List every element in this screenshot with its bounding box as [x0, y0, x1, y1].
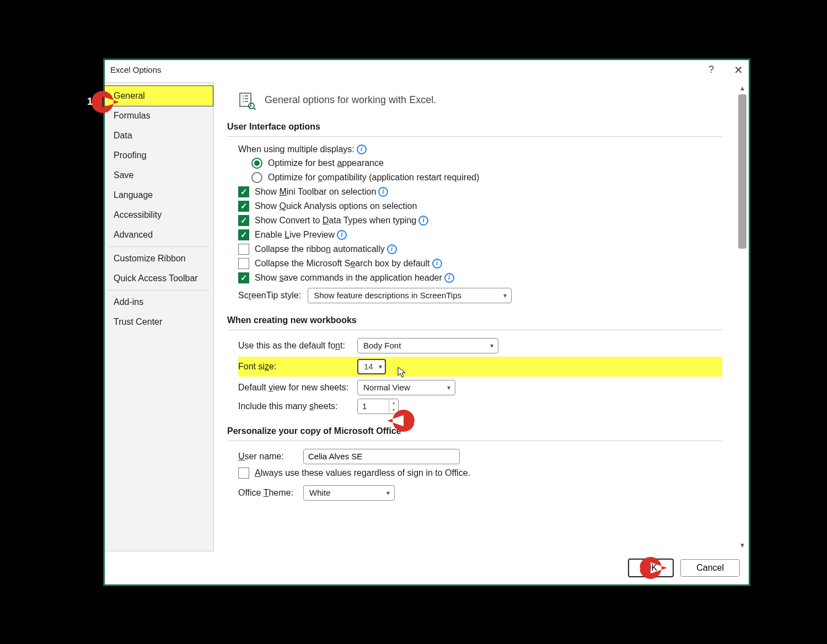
sidebar-item-language[interactable]: Language	[105, 185, 213, 205]
default-view-select[interactable]: Normal View ▾	[357, 380, 455, 395]
sidebar-item-formulas[interactable]: Formulas	[105, 106, 213, 126]
sidebar-item-accessibility[interactable]: Accessibility	[105, 205, 213, 225]
cancel-button[interactable]: Cancel	[680, 559, 740, 577]
section-title-ui-options: User Interface options	[227, 122, 722, 132]
sidebar-item-addins[interactable]: Add-ins	[105, 292, 213, 312]
sidebar: General Formulas Data Proofing Save Lang…	[105, 82, 214, 551]
sidebar-item-customize-ribbon[interactable]: Customize Ribbon	[105, 249, 213, 269]
scroll-thumb[interactable]	[738, 94, 747, 249]
checkbox-collapse-ribbon[interactable]: Collapse the ribbon automatically i	[227, 244, 722, 255]
section-rule	[227, 136, 722, 137]
section-title-new-workbooks: When creating new workbooks	[227, 315, 722, 325]
cursor-icon	[397, 367, 407, 380]
sidebar-item-general[interactable]: General	[104, 85, 213, 106]
scroll-up-icon[interactable]: ▲	[736, 82, 749, 94]
chevron-down-icon: ▾	[386, 489, 390, 497]
checkbox-icon	[238, 272, 249, 283]
checkbox-live-preview[interactable]: Enable Live Preview i	[227, 229, 722, 240]
chevron-down-icon: ▾	[503, 292, 507, 299]
close-icon[interactable]: ✕	[734, 63, 743, 77]
content-pane: General options for working with Excel. …	[214, 82, 749, 551]
radio-optimize-compatibility[interactable]: Optimize for compatibility (application …	[227, 172, 722, 183]
scroll-down-icon[interactable]: ▼	[736, 539, 749, 551]
user-name-row: User name:	[227, 449, 722, 464]
dialog-footer: OK Cancel	[105, 551, 749, 584]
checkbox-data-types[interactable]: Show Convert to Data Types when typing i	[227, 215, 722, 226]
info-icon[interactable]: i	[378, 187, 388, 197]
excel-options-dialog: Excel Options ? ✕ General Formulas Data …	[103, 58, 750, 586]
default-view-row: Default view for new sheets: Normal View…	[227, 380, 722, 395]
section-title-personalize: Personalize your copy of Microsoft Offic…	[227, 426, 722, 436]
info-icon[interactable]: i	[418, 216, 428, 226]
office-theme-row: Office Theme: White ▾	[227, 485, 722, 501]
chevron-down-icon: ▾	[447, 384, 450, 391]
info-icon[interactable]: i	[387, 244, 397, 254]
checkbox-quick-analysis[interactable]: Show Quick Analysis options on selection	[227, 201, 722, 212]
checkbox-collapse-search[interactable]: Collapse the Microsoft Search box by def…	[227, 258, 722, 269]
sidebar-item-proofing[interactable]: Proofing	[105, 146, 213, 165]
ok-button[interactable]: OK	[628, 559, 674, 577]
titlebar: Excel Options ? ✕	[105, 60, 749, 82]
svg-line-8	[254, 108, 256, 110]
checkbox-mini-toolbar[interactable]: Show Mini Toolbar on selection i	[227, 186, 722, 197]
checkbox-icon	[238, 215, 249, 226]
sidebar-item-trust-center[interactable]: Trust Center	[105, 312, 213, 332]
general-options-icon	[238, 91, 257, 110]
radio-optimize-appearance[interactable]: Optimize for best appearance	[227, 158, 722, 169]
sidebar-item-quick-access-toolbar[interactable]: Quick Access Toolbar	[105, 269, 213, 288]
info-icon[interactable]: i	[337, 230, 347, 240]
page-header: General options for working with Excel.	[238, 91, 722, 110]
info-icon[interactable]: i	[357, 144, 367, 154]
sidebar-divider	[109, 290, 209, 291]
office-theme-select[interactable]: White ▾	[303, 485, 395, 501]
chevron-down-icon: ▾	[379, 363, 382, 371]
sidebar-item-advanced[interactable]: Advanced	[105, 225, 213, 245]
sidebar-divider	[109, 246, 209, 247]
spin-down-icon[interactable]: ▾	[389, 406, 398, 414]
checkbox-icon	[238, 244, 249, 255]
sidebar-item-data[interactable]: Data	[105, 126, 213, 146]
checkbox-show-save-commands[interactable]: Show save commands in the application he…	[227, 272, 722, 283]
section-rule	[227, 441, 722, 441]
info-icon[interactable]: i	[444, 273, 454, 283]
include-sheets-spinner[interactable]: 1 ▴ ▾	[357, 399, 399, 414]
dialog-title: Excel Options	[110, 65, 162, 74]
screentip-style-select[interactable]: Show feature descriptions in ScreenTips …	[308, 288, 512, 303]
default-font-select[interactable]: Body Font ▾	[357, 338, 498, 353]
font-size-row: Font size: 14 ▾	[238, 357, 722, 377]
sidebar-item-save[interactable]: Save	[105, 165, 213, 185]
help-icon[interactable]: ?	[708, 64, 714, 76]
radio-icon	[251, 172, 262, 183]
checkbox-icon	[238, 468, 249, 479]
page-header-text: General options for working with Excel.	[265, 94, 436, 106]
checkbox-always-values[interactable]: Always use these values regardless of si…	[227, 468, 722, 479]
spin-up-icon[interactable]: ▴	[389, 399, 398, 406]
include-sheets-row: Include this many sheets: 1 ▴ ▾	[227, 399, 722, 414]
section-rule	[227, 330, 722, 330]
multi-display-label: When using multiple displays: i	[227, 144, 722, 154]
user-name-input[interactable]	[303, 449, 460, 464]
screentip-style-row: ScreenTip style: Show feature descriptio…	[227, 288, 722, 303]
default-font-row: Use this as the default font: Body Font …	[227, 338, 722, 353]
vertical-scrollbar[interactable]: ▲ ▼	[735, 82, 749, 551]
chevron-down-icon: ▾	[490, 342, 493, 350]
checkbox-icon	[238, 201, 249, 212]
radio-icon	[251, 158, 262, 169]
info-icon[interactable]: i	[432, 259, 442, 269]
checkbox-icon	[238, 258, 249, 269]
checkbox-icon	[238, 186, 249, 197]
font-size-select[interactable]: 14 ▾	[357, 359, 386, 374]
checkbox-icon	[238, 229, 249, 240]
